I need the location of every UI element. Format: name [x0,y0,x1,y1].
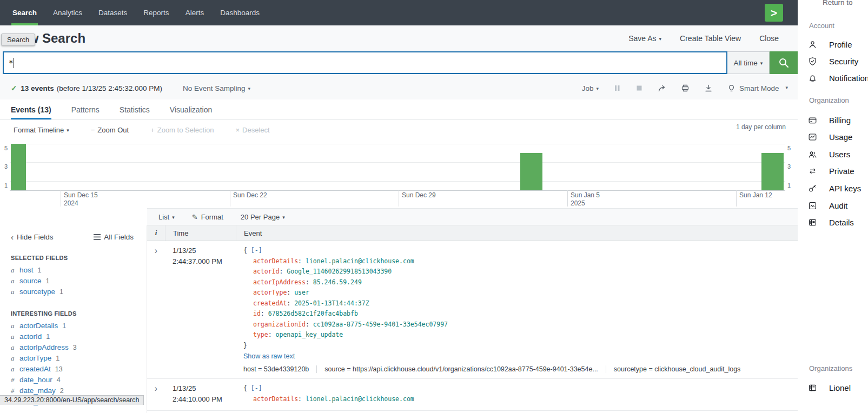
deselect-button[interactable]: Deselect [236,126,270,134]
nav-item-datasets[interactable]: Datasets [90,0,135,25]
stop-button[interactable] [635,84,643,92]
event-meta-source[interactable]: source = https://api.clickhouse.cloud/v1… [316,365,606,373]
field-link-host[interactable]: host [19,266,34,275]
browser-status-bar: 34.29.223.20:8000/en-US/app/search/searc… [0,395,144,405]
share-button[interactable] [658,84,666,92]
field-link-actoripaddress[interactable]: actorIpAddress [19,343,69,352]
search-input[interactable]: * [3,51,727,74]
field-link-sourcetype[interactable]: sourcetype [19,288,55,296]
event-expand-toggle[interactable]: › [147,245,165,373]
list-view-dropdown[interactable]: List [158,213,175,221]
fields-sidebar-header: Hide Fields All Fields [0,231,147,242]
nav-item-dashboards[interactable]: Dashboards [212,0,268,25]
field-link-actorid[interactable]: actorId [19,332,42,341]
event-expand-toggle[interactable]: › [147,383,165,405]
hide-fields-label: Hide Fields [17,233,54,241]
x-axis-tick [61,190,61,206]
x-axis-label: Sun Jan 52025 [571,191,600,208]
time-range-picker[interactable]: All time [727,51,770,74]
json-colon: : [298,257,306,265]
interesting-fields-list: aactorDetails1aactorId1aactorIpAddress3a… [0,321,147,407]
field-link-actortype[interactable]: actorType [19,354,51,363]
format-timeline-dropdown[interactable]: Format Timeline [14,126,69,134]
settings-item-security[interactable]: Security [807,55,858,68]
splunk-logo[interactable]: > [765,4,783,22]
event-meta-sourcetype[interactable]: sourcetype = clickhouse_cloud_audit_logs [606,365,748,373]
settings-item-profile[interactable]: Profile [807,38,852,51]
settings-item-lionel[interactable]: Lionel [807,381,851,394]
zoom-out-button[interactable]: Zoom Out [91,126,129,134]
json-colon: : [306,321,313,328]
close-button[interactable]: Close [759,34,779,43]
tab-visualization[interactable]: Visualization [170,99,212,119]
y-axis-label: 1 [0,182,8,189]
settings-item-private[interactable]: Private [807,164,854,177]
x-axis-label-line: 2025 [571,199,600,208]
settings-item-details[interactable]: Details [807,216,854,229]
settings-item-audit[interactable]: Audit [807,199,847,212]
settings-item-usage[interactable]: Usage [807,130,852,143]
all-fields-label: All Fields [104,233,134,241]
event-meta-host[interactable]: host = 53de4339120b [243,365,316,373]
zoom-to-selection-button[interactable]: Zoom to Selection [150,126,214,134]
format-results-button[interactable]: Format [192,213,223,221]
json-field-line: actorDetails: lionel.palacin@clickhouse.… [243,394,798,405]
settings-item-label: Details [829,218,854,227]
json-open-line: { [-] [243,245,798,256]
per-page-dropdown[interactable]: 20 Per Page [241,213,285,221]
settings-item-notifications[interactable]: Notifications [807,71,868,84]
tab-events-13[interactable]: Events (13) [11,99,51,119]
field-row: asourcetype1 [0,287,147,297]
return-to-link[interactable]: Return to [823,0,853,6]
field-row: aactorIpAddress3 [0,342,147,353]
event-sampling-dropdown[interactable]: No Event Sampling [183,84,250,92]
nav-item-search[interactable]: Search [4,0,45,25]
job-menu-dropdown[interactable]: Job [582,84,599,92]
all-fields-button[interactable]: All Fields [94,232,134,242]
export-download-button[interactable] [704,84,713,92]
json-colon: : [287,299,294,307]
settings-item-users[interactable]: Users [807,148,850,161]
nav-item-reports[interactable]: Reports [135,0,177,25]
histogram-bar[interactable] [11,144,26,190]
field-row: aactorId1 [0,331,147,342]
smart-mode-dropdown[interactable]: Smart Mode [727,84,788,92]
settings-item-billing[interactable]: Billing [807,114,851,126]
x-axis-label-line: Sun Dec 22 [233,191,267,199]
field-link-date-hour[interactable]: date_hour [19,376,52,384]
section-header-organizations: Organizations [809,364,852,372]
lightbulb-icon [727,84,736,92]
search-button[interactable] [770,51,798,74]
field-count: 1 [46,277,50,285]
field-link-source[interactable]: source [19,277,42,285]
histogram-bar[interactable] [520,153,542,190]
event-timestamp: 2:44:10.000 PM [173,394,236,405]
show-raw-text-link[interactable]: Show as raw text [243,352,295,360]
json-collapse-toggle[interactable]: [-] [251,247,262,254]
field-link-date-mday[interactable]: date_mday [19,387,56,395]
nav-item-alerts[interactable]: Alerts [177,0,213,25]
save-as-label: Save As [628,34,656,43]
settings-item-label: Users [829,150,850,159]
print-button[interactable] [681,84,690,92]
save-as-button[interactable]: Save As [628,34,661,43]
audit-icon [807,201,818,211]
histogram-bar[interactable] [761,153,784,190]
tab-patterns[interactable]: Patterns [71,99,100,119]
pause-button[interactable] [613,84,621,92]
field-row: aactorType1 [0,353,147,364]
screen: SearchAnalyticsDatasetsReportsAlertsDash… [0,0,868,413]
create-table-view-button[interactable]: Create Table View [680,34,741,43]
hide-fields-button[interactable]: Hide Fields [11,232,54,242]
nav-item-analytics[interactable]: Analytics [45,0,90,25]
settings-item-label: Private [829,166,854,176]
field-link-createdat[interactable]: createdAt [19,365,51,374]
timeline-scale-note: 1 day per column [736,123,786,131]
billing-icon [807,115,818,125]
tab-statistics[interactable]: Statistics [120,99,150,119]
event-timestamp: 2:44:37.000 PM [173,256,236,267]
json-field-line: actorType: user [243,288,798,298]
field-link-actordetails[interactable]: actorDetails [19,322,58,330]
json-collapse-toggle[interactable]: [-] [251,384,262,392]
settings-item-api-keys[interactable]: API keys [807,182,861,195]
